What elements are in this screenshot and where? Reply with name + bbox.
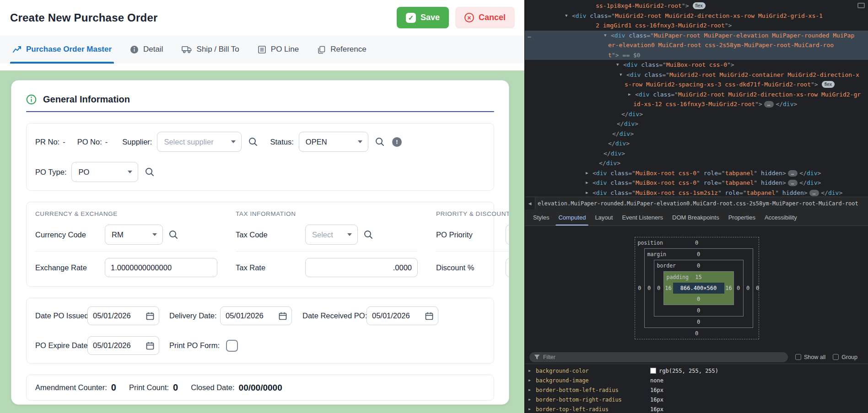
tab-purchase-order-master[interactable]: Purchase Order Master [12, 35, 112, 64]
devtools-tab-properties[interactable]: Properties [724, 209, 760, 225]
devtools-tab-computed[interactable]: Computed [554, 209, 590, 225]
expand-arrow-icon[interactable]: ▶ [528, 378, 536, 382]
supplier-select[interactable]: Select supplier [157, 132, 242, 152]
filter-input[interactable]: Filter [529, 352, 788, 362]
color-swatch[interactable] [650, 368, 656, 374]
print-po-form-checkbox[interactable] [226, 340, 238, 352]
devtools-tab-accessibility[interactable]: Accessibility [760, 209, 802, 225]
dom-node-line[interactable]: </div> [525, 119, 868, 129]
expand-arrow-icon[interactable]: ▶ [586, 178, 593, 188]
calendar-icon[interactable] [146, 341, 155, 350]
property-name[interactable]: background-color [536, 368, 650, 374]
expand-arrow-icon[interactable]: ▶ [528, 397, 536, 402]
box-model-position-ring[interactable]: position0 0 margin0 0 border0 0 [635, 237, 759, 339]
code-token: class [610, 170, 628, 177]
expand-inline-button[interactable]: … [788, 170, 798, 177]
tab-ship-bill-to[interactable]: Ship / Bill To [182, 35, 239, 64]
expand-arrow-icon[interactable]: ▶ [528, 369, 536, 373]
breadcrumb-text[interactable]: elevation.MuiPaper-rounded.MuiPaper-elev… [535, 200, 858, 207]
expand-arrow-icon[interactable]: ▶ [528, 388, 536, 392]
dom-node-line[interactable]: …▼<div class="MuiPaper-root MuiPaper-ele… [525, 31, 868, 41]
dom-node-line[interactable]: 2 imgGird1 css-16fnxy3-MuiGrid2-root"> [525, 21, 868, 31]
dom-node-line[interactable]: </div> [525, 129, 868, 139]
property-name[interactable]: border-top-left-radius [536, 406, 650, 413]
expand-arrow-icon[interactable]: ▼ [604, 31, 611, 41]
property-name[interactable]: background-image [536, 377, 650, 384]
dom-node-line[interactable]: er-elevation0 MuiCard-root css-2s58ym-Mu… [525, 40, 868, 50]
node-menu-dots-icon[interactable]: … [528, 31, 532, 41]
dom-node-line[interactable]: id-xs-12 css-16fnxy3-MuiGrid2-root">…</d… [525, 99, 868, 109]
save-button[interactable]: ✓ Save [397, 7, 449, 28]
po-type-select[interactable]: PO [71, 162, 138, 182]
status-search-icon[interactable] [375, 137, 385, 147]
dom-node-line[interactable]: </div> [525, 109, 868, 119]
status-alert-icon[interactable]: ! [392, 137, 402, 147]
group-checkbox[interactable] [833, 354, 839, 360]
tax-search-icon[interactable] [363, 230, 373, 240]
delivery-date-input[interactable]: 05/01/2026 [220, 306, 292, 325]
property-name[interactable]: border-bottom-left-radius [536, 387, 650, 393]
expand-arrow-icon[interactable]: ▶ [528, 407, 536, 411]
dom-node-line[interactable]: ▶<div class="MuiBox-root css-1sm2s1z" ro… [525, 188, 868, 198]
property-name[interactable]: border-bottom-right-radius [536, 397, 650, 403]
tax-rate-input[interactable] [305, 258, 418, 277]
box-model-padding-ring[interactable]: padding15 16 866.400×560 16 0 [663, 271, 734, 305]
calendar-icon[interactable] [278, 311, 287, 321]
box-model-margin-ring[interactable]: margin0 0 border0 0 padding15 [644, 248, 753, 328]
code-token: < [623, 61, 627, 68]
calendar-icon[interactable] [425, 311, 434, 321]
tab-reference[interactable]: Reference [317, 35, 366, 64]
supplier-search-icon[interactable] [248, 137, 258, 147]
expand-arrow-icon[interactable]: ▼ [565, 11, 572, 21]
po-expire-date-input[interactable]: 05/01/2026 [87, 336, 159, 355]
dom-node-line[interactable]: ▼<div class="MuiBox-root css-0"> [525, 60, 868, 70]
dom-node-line[interactable]: s-row MuiGrid2-spacing-xs-3 css-dkd71f-M… [525, 80, 868, 90]
dom-node-line[interactable]: ▶<div class="MuiBox-root css-0" role="ta… [525, 178, 868, 188]
tax-code-select[interactable]: Select [305, 225, 358, 245]
box-model[interactable]: position0 0 margin0 0 border0 0 [635, 237, 759, 339]
box-model-content[interactable]: 866.400×560 [673, 283, 724, 294]
device-icon[interactable] [857, 3, 865, 8]
status-select[interactable]: OPEN [299, 132, 368, 152]
dom-node-line[interactable]: </div> [525, 158, 868, 168]
currency-search-icon[interactable] [168, 230, 178, 240]
breadcrumb-scroll-left-icon[interactable]: ◀ [525, 197, 535, 210]
discount-input[interactable] [506, 258, 509, 277]
currency-code-select[interactable]: RM [105, 225, 163, 245]
dom-node-line[interactable]: ▶<div class="MuiGrid2-root MuiGrid2-dire… [525, 90, 868, 100]
devtools-tab-dom-breakpoints[interactable]: DOM Breakpoints [668, 209, 724, 225]
expand-arrow-icon[interactable]: ▶ [586, 188, 593, 198]
expand-arrow-icon[interactable]: ▼ [620, 70, 626, 80]
devtools-tab-layout[interactable]: Layout [590, 209, 617, 225]
devtools-tab-styles[interactable]: Styles [528, 209, 554, 225]
date-po-issued-input[interactable]: 05/01/2026 [87, 306, 159, 325]
calendar-icon[interactable] [146, 311, 155, 321]
expand-arrow-icon[interactable]: ▼ [616, 60, 623, 70]
box-model-border-ring[interactable]: border0 0 padding15 16 866.400×560 [654, 260, 744, 316]
dom-node-line[interactable]: </div> [525, 149, 868, 159]
expand-arrow-icon[interactable]: ▶ [586, 168, 593, 178]
expand-inline-button[interactable]: … [764, 101, 774, 107]
expand-arrow-icon[interactable]: ▶ [628, 90, 635, 100]
dom-node-line[interactable]: t"> == $0 [525, 50, 868, 60]
tab-po-line[interactable]: PO Line [258, 35, 299, 64]
po-priority-select[interactable]: Select [506, 225, 509, 245]
tab-detail[interactable]: Detail [130, 35, 163, 64]
flex-badge[interactable]: flex [693, 2, 706, 9]
devtools-tab-event-listeners[interactable]: Event Listeners [617, 209, 668, 225]
dom-node-line[interactable]: ▶<div class="MuiBox-root css-0" role="ta… [525, 168, 868, 178]
dom-node-line[interactable]: ▼<div class="MuiGrid2-root MuiGrid2-dire… [525, 11, 868, 21]
date-received-po-input[interactable]: 05/01/2026 [367, 306, 438, 325]
po-type-search-icon[interactable] [145, 167, 155, 177]
flex-badge[interactable]: flex [822, 81, 835, 88]
dom-node-line[interactable]: </div> [525, 139, 868, 149]
computed-property-row: ▶border-bottom-left-radius16px [525, 385, 868, 395]
dom-node-line[interactable]: ss-1pi8xg4-MuiGrid2-root">flex [525, 1, 868, 11]
cancel-button[interactable]: × Cancel [455, 7, 515, 28]
discount-row: Discount % [436, 258, 509, 278]
dom-node-line[interactable]: ▼<div class="MuiGrid2-root MuiGrid2-cont… [525, 70, 868, 80]
show-all-checkbox[interactable] [795, 354, 801, 360]
expand-inline-button[interactable]: … [788, 180, 798, 186]
exchange-rate-input[interactable] [105, 258, 217, 277]
expand-inline-button[interactable]: … [809, 190, 819, 196]
